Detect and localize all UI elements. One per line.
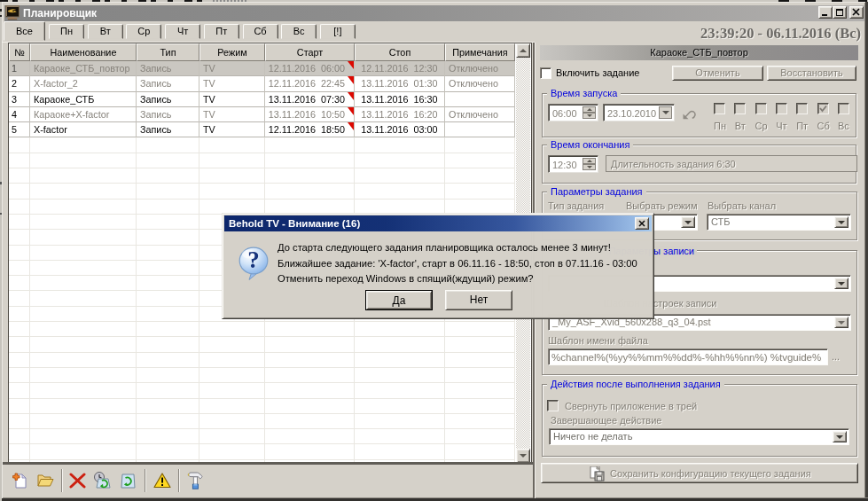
svg-text:?: ? (247, 247, 260, 273)
